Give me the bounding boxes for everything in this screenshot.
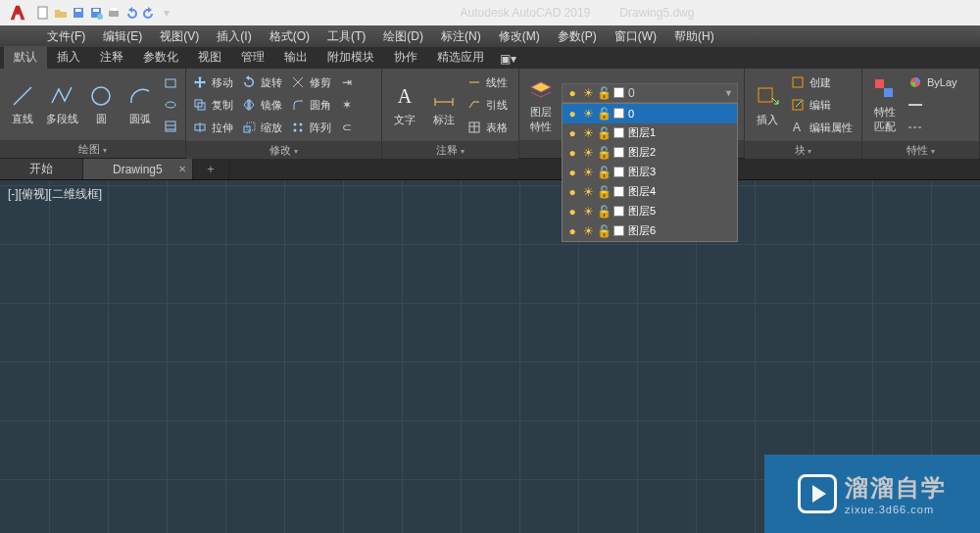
layer-row[interactable]: ●☀🔓0 [563, 104, 737, 123]
linear-button[interactable]: 线性 [466, 73, 508, 92]
modify-extra-3[interactable]: ⊂ [339, 118, 355, 137]
layer-selected[interactable]: ● ☀ 🔓 0 ▼ [562, 83, 738, 103]
modify-extra-2[interactable]: ✶ [339, 95, 355, 115]
tab-insert[interactable]: 插入 [47, 46, 90, 69]
tab-manage[interactable]: 管理 [231, 46, 274, 69]
create-block-button[interactable]: 创建 [790, 73, 853, 92]
menu-edit[interactable]: 编辑(E) [95, 26, 150, 47]
copy-icon [192, 97, 208, 113]
menu-format[interactable]: 格式(O) [262, 26, 318, 47]
color-control[interactable]: ByLay [907, 73, 957, 92]
modify-extra-1[interactable]: ⇥ [339, 73, 355, 92]
polyline-icon [48, 82, 75, 110]
drawing-canvas[interactable]: [-][俯视][二维线框] 溜溜自学 zixue.3d66.com [0, 180, 980, 533]
open-icon[interactable] [53, 5, 69, 21]
table-button[interactable]: 表格 [466, 118, 508, 137]
edit-block-button[interactable]: 编辑 [790, 95, 853, 115]
layer-combo[interactable]: ● ☀ 🔓 0 ▼ ●☀🔓0●☀🔓图层1●☀🔓图层2●☀🔓图层3●☀🔓图层4●☀… [562, 83, 738, 103]
menu-tools[interactable]: 工具(T) [319, 26, 373, 47]
tab-collab[interactable]: 协作 [384, 46, 427, 69]
mirror-button[interactable]: 镜像 [241, 95, 282, 115]
close-tab-icon[interactable]: ✕ [178, 164, 186, 174]
leader-button[interactable]: 引线 [466, 95, 508, 115]
menu-param[interactable]: 参数(P) [550, 26, 605, 47]
tab-parametric[interactable]: 参数化 [133, 46, 188, 69]
tab-default[interactable]: 默认 [4, 46, 47, 69]
fillet-button[interactable]: 圆角 [290, 95, 331, 115]
svg-rect-10 [166, 79, 175, 87]
tab-annotate[interactable]: 注释 [90, 46, 133, 69]
menu-insert[interactable]: 插入(I) [209, 26, 259, 47]
tab-view[interactable]: 视图 [188, 46, 231, 69]
draw-extra-2[interactable] [163, 95, 178, 115]
rotate-button[interactable]: 旋转 [241, 73, 282, 92]
panel-annotation-title[interactable]: 注释 [382, 141, 518, 159]
panel-block-title[interactable]: 块 [745, 141, 861, 159]
file-tab-start[interactable]: 开始 [0, 159, 83, 179]
tab-addins[interactable]: 附加模块 [318, 46, 384, 69]
panel-properties-title[interactable]: 特性 [862, 141, 979, 159]
lock-icon: 🔓 [598, 167, 610, 178]
edit-attr-button[interactable]: A编辑属性 [790, 118, 853, 137]
dim-button[interactable]: 标注 [427, 83, 461, 127]
layer-row[interactable]: ●☀🔓图层4 [563, 182, 737, 202]
move-icon [192, 74, 208, 90]
draw-extra-1[interactable] [163, 73, 178, 93]
menu-modify[interactable]: 修改(M) [491, 26, 548, 47]
rotate-icon [241, 74, 257, 90]
match-properties-button[interactable]: 特性 匹配 [868, 75, 902, 134]
layer-row[interactable]: ●☀🔓图层1 [563, 123, 737, 143]
watermark-play-icon [798, 474, 837, 513]
text-button[interactable]: A 文字 [388, 83, 421, 127]
svg-point-25 [300, 123, 303, 126]
insert-block-button[interactable]: 插入 [751, 83, 784, 127]
color-swatch [613, 206, 624, 217]
tab-output[interactable]: 输出 [274, 46, 318, 69]
lineweight-control[interactable] [907, 95, 957, 115]
stretch-button[interactable]: 拉伸 [192, 118, 233, 137]
new-icon[interactable] [35, 5, 51, 21]
lineweight-icon [907, 97, 923, 113]
file-title: Drawing5.dwg [619, 6, 694, 20]
plot-icon[interactable] [106, 5, 122, 21]
scale-button[interactable]: 缩放 [241, 118, 282, 137]
layer-row[interactable]: ●☀🔓图层2 [563, 143, 737, 163]
panel-draw-title[interactable]: 绘图 [0, 140, 185, 158]
menu-help[interactable]: 帮助(H) [666, 26, 722, 47]
array-button[interactable]: 阵列 [290, 118, 331, 137]
tab-overflow-icon[interactable]: ▣▾ [494, 49, 522, 69]
redo-icon[interactable] [141, 5, 157, 21]
save-icon[interactable] [71, 5, 86, 21]
layer-row[interactable]: ●☀🔓图层3 [563, 163, 737, 182]
file-tab-drawing[interactable]: Drawing5✕ [83, 159, 193, 179]
menu-draw[interactable]: 绘图(D) [375, 26, 431, 47]
menu-dim[interactable]: 标注(N) [433, 26, 489, 47]
menu-view[interactable]: 视图(V) [152, 26, 207, 47]
saveas-icon[interactable] [88, 5, 104, 21]
menu-window[interactable]: 窗口(W) [607, 26, 664, 47]
sun-icon: ☀ [582, 108, 594, 120]
app-logo[interactable] [4, 2, 31, 24]
linetype-control[interactable] [907, 118, 957, 137]
lock-icon: 🔓 [598, 186, 610, 198]
circle-button[interactable]: 圆 [84, 82, 118, 126]
tab-featured[interactable]: 精选应用 [427, 46, 494, 69]
layer-properties-button[interactable]: 图层 特性 [525, 75, 556, 134]
trim-button[interactable]: 修剪 [290, 73, 331, 92]
file-tab-new[interactable]: ＋ [193, 159, 229, 179]
line-button[interactable]: 直线 [6, 82, 39, 126]
draw-extra-3[interactable] [163, 117, 178, 136]
copy-button[interactable]: 复制 [192, 95, 233, 115]
move-button[interactable]: 移动 [192, 73, 233, 92]
color-swatch [613, 147, 624, 158]
panel-modify-title[interactable]: 修改 [186, 141, 381, 159]
viewport-label[interactable]: [-][俯视][二维线框] [8, 186, 102, 203]
layer-row[interactable]: ●☀🔓图层6 [563, 221, 737, 241]
polyline-button[interactable]: 多段线 [45, 82, 78, 126]
svg-point-26 [294, 129, 297, 132]
undo-icon[interactable] [123, 5, 139, 21]
qat-more-icon[interactable]: ▾ [159, 5, 174, 21]
layer-row[interactable]: ●☀🔓图层5 [563, 202, 737, 221]
menu-file[interactable]: 文件(F) [39, 26, 93, 47]
arc-button[interactable]: 圆弧 [123, 82, 157, 126]
